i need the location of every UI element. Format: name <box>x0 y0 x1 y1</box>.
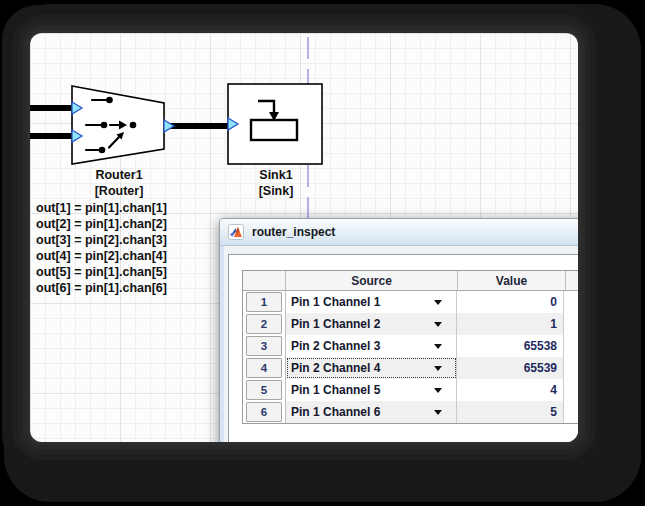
sink-block-body[interactable] <box>228 84 322 164</box>
value-cell[interactable]: 5 <box>457 401 564 423</box>
router-name-label[interactable]: Router1 <box>68 167 170 183</box>
input-signal-wire-2[interactable] <box>30 133 72 139</box>
source-value-table: Source Value 1Pin 1 Channel 102Pin 1 Cha… <box>242 270 578 424</box>
value-cell[interactable]: 65538 <box>457 335 564 357</box>
sink-name-label[interactable]: Sink1 <box>226 167 326 183</box>
simulink-model-canvas[interactable]: Router1 [Router] Sink1 [Sink] out[1] = p… <box>30 33 578 442</box>
value-cell[interactable]: 4 <box>457 379 564 401</box>
annotation-line: out[5] = pin[1].chan[5] <box>36 264 167 280</box>
annotation-line: out[2] = pin[1].chan[2] <box>36 216 167 232</box>
matlab-logo-icon <box>228 224 244 240</box>
router-label[interactable]: Router1 [Router] <box>68 167 170 199</box>
source-cell-label: Pin 1 Channel 2 <box>291 317 380 331</box>
row-number[interactable]: 4 <box>246 358 282 378</box>
table-header-row: Source Value <box>243 271 578 291</box>
row-number[interactable]: 2 <box>246 314 282 334</box>
row-number[interactable]: 3 <box>246 336 282 356</box>
annotation-line: out[4] = pin[2].chan[4] <box>36 248 167 264</box>
source-cell[interactable]: Pin 1 Channel 5 <box>286 379 457 401</box>
source-cell-label: Pin 2 Channel 3 <box>291 339 380 353</box>
table-row: 6Pin 1 Channel 65 <box>243 401 578 423</box>
source-cell[interactable]: Pin 2 Channel 3 <box>286 335 457 357</box>
router-block[interactable] <box>68 83 178 171</box>
table-row: 1Pin 1 Channel 10 <box>243 291 578 313</box>
value-cell[interactable]: 1 <box>457 313 564 335</box>
row-number-cell: 3 <box>243 335 286 357</box>
window-client-area: Source Value 1Pin 1 Channel 102Pin 1 Cha… <box>224 246 578 442</box>
window-titlebar[interactable]: router_inspect <box>220 219 578 246</box>
caret-down-icon[interactable] <box>434 344 442 353</box>
source-cell-label: Pin 1 Channel 1 <box>291 295 380 309</box>
window-title: router_inspect <box>252 225 335 239</box>
sink-type-label[interactable]: [Sink] <box>226 183 326 199</box>
row-number-cell: 4 <box>243 357 286 379</box>
source-cell-label: Pin 2 Channel 4 <box>291 361 380 375</box>
row-filler-cell <box>564 379 578 401</box>
header-filler-cell <box>566 271 578 291</box>
caret-down-icon[interactable] <box>434 410 442 419</box>
row-filler-cell <box>564 357 578 379</box>
source-cell-label: Pin 1 Channel 5 <box>291 383 380 397</box>
row-filler-cell <box>564 313 578 335</box>
row-number-cell: 6 <box>243 401 286 423</box>
caret-down-icon[interactable] <box>434 388 442 397</box>
corner-header-cell <box>243 271 286 291</box>
screenshot-frame: Router1 [Router] Sink1 [Sink] out[1] = p… <box>0 0 645 506</box>
annotation-line: out[3] = pin[2].chan[3] <box>36 232 167 248</box>
input-signal-wire-1[interactable] <box>30 105 72 111</box>
router-inspect-window[interactable]: router_inspect Source Value 1Pin 1 Chann… <box>219 218 578 442</box>
annotation-line: out[6] = pin[1].chan[6] <box>36 280 167 296</box>
value-cell[interactable]: 0 <box>457 291 564 313</box>
sink-label[interactable]: Sink1 [Sink] <box>226 167 326 199</box>
row-filler-cell <box>564 335 578 357</box>
table-row: 2Pin 1 Channel 21 <box>243 313 578 335</box>
row-filler-cell <box>564 401 578 423</box>
column-header-source[interactable]: Source <box>286 271 458 291</box>
table-row: 4Pin 2 Channel 465539 <box>243 357 578 379</box>
row-number[interactable]: 1 <box>246 292 282 312</box>
row-number-cell: 2 <box>243 313 286 335</box>
router-output-port[interactable] <box>164 120 174 132</box>
caret-down-icon[interactable] <box>434 300 442 309</box>
row-number[interactable]: 6 <box>246 402 282 422</box>
row-number[interactable]: 5 <box>246 380 282 400</box>
sink-block[interactable] <box>226 81 326 169</box>
row-number-cell: 5 <box>243 379 286 401</box>
source-cell[interactable]: Pin 1 Channel 6 <box>286 401 457 423</box>
router-type-label[interactable]: [Router] <box>68 183 170 199</box>
source-cell-label: Pin 1 Channel 6 <box>291 405 380 419</box>
routing-annotation-text[interactable]: out[1] = pin[1].chan[1]out[2] = pin[1].c… <box>36 200 167 296</box>
row-filler-cell <box>564 291 578 313</box>
value-cell[interactable]: 65539 <box>457 357 564 379</box>
source-cell[interactable]: Pin 2 Channel 4 <box>286 357 457 379</box>
table-row: 3Pin 2 Channel 365538 <box>243 335 578 357</box>
annotation-line: out[1] = pin[1].chan[1] <box>36 200 167 216</box>
source-cell[interactable]: Pin 1 Channel 1 <box>286 291 457 313</box>
column-header-value[interactable]: Value <box>458 271 566 291</box>
source-cell[interactable]: Pin 1 Channel 2 <box>286 313 457 335</box>
caret-down-icon[interactable] <box>434 322 442 331</box>
table-row: 5Pin 1 Channel 54 <box>243 379 578 401</box>
table-panel: Source Value 1Pin 1 Channel 102Pin 1 Cha… <box>228 254 578 442</box>
caret-down-icon[interactable] <box>434 366 442 375</box>
row-number-cell: 1 <box>243 291 286 313</box>
